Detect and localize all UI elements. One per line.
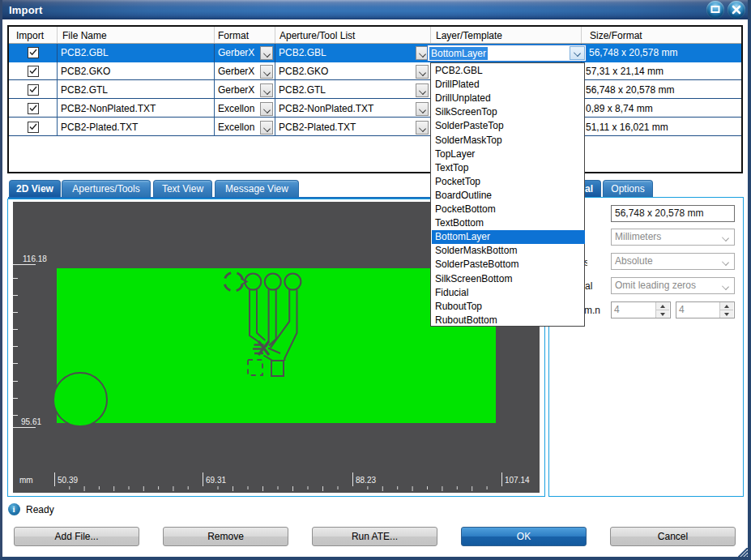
svg-text:mm: mm xyxy=(19,475,33,484)
svg-text:116.18: 116.18 xyxy=(23,254,47,263)
svg-text:95.61: 95.61 xyxy=(21,417,41,426)
svg-text:50.39: 50.39 xyxy=(58,475,78,484)
svg-text:107.14: 107.14 xyxy=(505,475,530,484)
svg-text:69.31: 69.31 xyxy=(206,475,226,484)
svg-text:88.23: 88.23 xyxy=(356,475,376,484)
